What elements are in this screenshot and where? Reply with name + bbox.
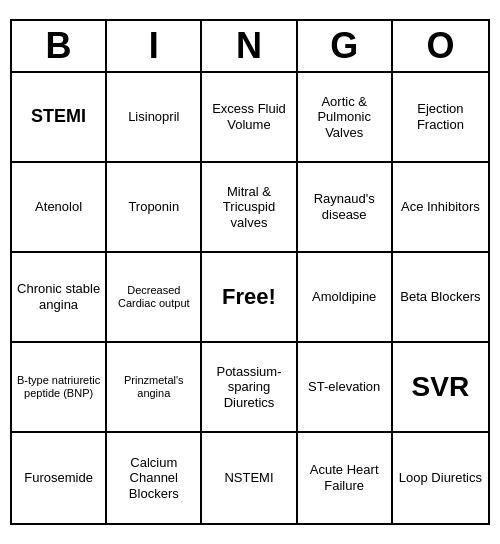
bingo-cell-2-3[interactable]: Amoldipine	[298, 253, 393, 343]
bingo-cell-0-2[interactable]: Excess Fluid Volume	[202, 73, 297, 163]
bingo-cell-1-0[interactable]: Atenolol	[12, 163, 107, 253]
header-letter-b: B	[12, 21, 107, 71]
bingo-cell-4-4[interactable]: Loop Diuretics	[393, 433, 488, 523]
bingo-cell-4-0[interactable]: Furosemide	[12, 433, 107, 523]
bingo-cell-1-1[interactable]: Troponin	[107, 163, 202, 253]
bingo-cell-2-2[interactable]: Free!	[202, 253, 297, 343]
bingo-cell-3-0[interactable]: B-type natriuretic peptide (BNP)	[12, 343, 107, 433]
bingo-cell-2-0[interactable]: Chronic stable angina	[12, 253, 107, 343]
bingo-cell-1-3[interactable]: Raynaud's disease	[298, 163, 393, 253]
bingo-header: BINGO	[12, 21, 488, 73]
bingo-cell-3-3[interactable]: ST-elevation	[298, 343, 393, 433]
bingo-cell-4-3[interactable]: Acute Heart Failure	[298, 433, 393, 523]
bingo-cell-4-2[interactable]: NSTEMI	[202, 433, 297, 523]
bingo-grid: STEMILisinoprilExcess Fluid VolumeAortic…	[12, 73, 488, 523]
bingo-cell-1-4[interactable]: Ace Inhibitors	[393, 163, 488, 253]
bingo-cell-1-2[interactable]: Mitral & Tricuspid valves	[202, 163, 297, 253]
bingo-cell-3-2[interactable]: Potassium-sparing Diuretics	[202, 343, 297, 433]
bingo-cell-2-4[interactable]: Beta Blockers	[393, 253, 488, 343]
header-letter-n: N	[202, 21, 297, 71]
header-letter-g: G	[298, 21, 393, 71]
bingo-cell-4-1[interactable]: Calcium Channel Blockers	[107, 433, 202, 523]
header-letter-o: O	[393, 21, 488, 71]
bingo-cell-0-3[interactable]: Aortic & Pulmonic Valves	[298, 73, 393, 163]
bingo-cell-2-1[interactable]: Decreased Cardiac output	[107, 253, 202, 343]
bingo-card: BINGO STEMILisinoprilExcess Fluid Volume…	[10, 19, 490, 525]
bingo-cell-0-0[interactable]: STEMI	[12, 73, 107, 163]
bingo-cell-3-1[interactable]: Prinzmetal's angina	[107, 343, 202, 433]
bingo-cell-3-4[interactable]: SVR	[393, 343, 488, 433]
bingo-cell-0-4[interactable]: Ejection Fraction	[393, 73, 488, 163]
header-letter-i: I	[107, 21, 202, 71]
bingo-cell-0-1[interactable]: Lisinopril	[107, 73, 202, 163]
